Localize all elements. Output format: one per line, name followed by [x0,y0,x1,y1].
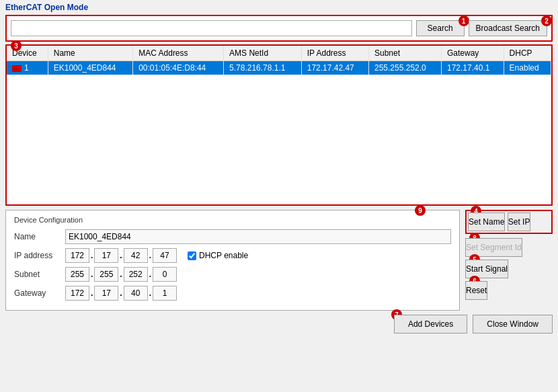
set-segment-wrapper: 8 Set Segment Id [465,238,553,257]
col-gateway: Gateway [442,46,504,61]
device-config-section: Device Configuration 9 Name IP address .… [5,210,460,311]
footer-section: 7 Add Devices Close Window [5,311,553,334]
broadcast-badge: 2 [541,15,552,26]
col-subnet: Subnet [369,46,442,61]
reset-button[interactable]: Reset [465,281,487,300]
subnet-octet-4[interactable] [153,267,177,282]
broadcast-search-button[interactable]: Broadcast Search 2 [469,20,547,36]
table-row[interactable]: 1EK1000_4ED84400:01:05:4E:D8:445.78.216.… [7,61,551,75]
set-ip-button[interactable]: Set IP [508,212,531,231]
table-header-row: Device Name MAC Address AMS NetId IP Add… [7,46,551,61]
col-dhcp: DHCP [504,46,551,61]
gateway-octet-3[interactable] [124,286,148,301]
col-mac: MAC Address [133,46,224,61]
table-cell: 172.17.42.47 [301,61,368,75]
device-table: Device Name MAC Address AMS NetId IP Add… [7,46,551,75]
subnet-input-group: . . . [65,267,177,282]
subnet-octet-1[interactable] [65,267,89,282]
search-button[interactable]: Search 1 [416,20,465,36]
dhcp-label[interactable]: DHCP enable [188,251,248,260]
table-cell: 255.255.252.0 [369,61,442,75]
col-name: Name [48,46,132,61]
add-devices-wrapper: 7 Add Devices [394,315,467,334]
table-cell: 5.78.216.78.1.1 [224,61,302,75]
config-name-row: Name [14,229,451,244]
ip-octet-3[interactable] [124,248,148,263]
gateway-input-group: . . . [65,286,177,301]
device-list-section: 3 Device Name MAC Address AMS NetId IP A… [5,44,553,206]
ip-input-group: . . . [65,248,177,263]
config-subnet-row: Subnet . . . [14,267,451,282]
config-badge: 9 [415,205,426,216]
reset-wrapper: 6 Reset [465,281,553,300]
ip-label: IP address [14,251,61,260]
gateway-octet-1[interactable] [65,286,89,301]
config-ip-row: IP address . . . DHCP enable [14,248,451,263]
gateway-octet-2[interactable] [94,286,118,301]
table-cell: 172.17.40.1 [442,61,504,75]
config-gateway-row: Gateway . . . [14,286,451,301]
subnet-octet-2[interactable] [94,267,118,282]
name-label: Name [14,232,61,241]
set-name-ip-group: 4 Set Name Set IP [465,210,553,234]
col-ip: IP Address [301,46,368,61]
name-input[interactable] [65,229,451,244]
add-devices-button[interactable]: Add Devices [394,315,467,334]
device-icon [12,65,22,72]
cell-device: 1 [7,61,48,75]
ip-octet-4[interactable] [153,248,177,263]
dhcp-checkbox[interactable] [188,251,196,260]
close-window-button[interactable]: Close Window [473,315,553,334]
config-section-label: Device Configuration [14,216,451,224]
search-section: Search 1 Broadcast Search 2 [5,15,553,42]
table-cell: EK1000_4ED844 [48,61,132,75]
search-badge: 1 [459,15,469,26]
ip-octet-2[interactable] [94,248,118,263]
list-badge: 3 [11,40,22,51]
subnet-octet-3[interactable] [124,267,148,282]
set-name-button[interactable]: Set Name [468,212,505,231]
app-title: EtherCAT Open Mode [0,0,558,13]
bottom-section: Device Configuration 9 Name IP address .… [5,210,553,311]
ip-octet-1[interactable] [65,248,89,263]
table-cell: 00:01:05:4E:D8:44 [133,61,224,75]
gateway-octet-4[interactable] [153,286,177,301]
table-cell: Enabled [504,61,551,75]
subnet-label: Subnet [14,270,61,279]
col-ams: AMS NetId [224,46,302,61]
start-signal-wrapper: 5 Start Signal [465,260,553,278]
gateway-label: Gateway [14,288,61,298]
right-buttons: 4 Set Name Set IP 8 Set Segment Id 5 Sta… [465,210,553,311]
search-input[interactable] [11,20,412,36]
